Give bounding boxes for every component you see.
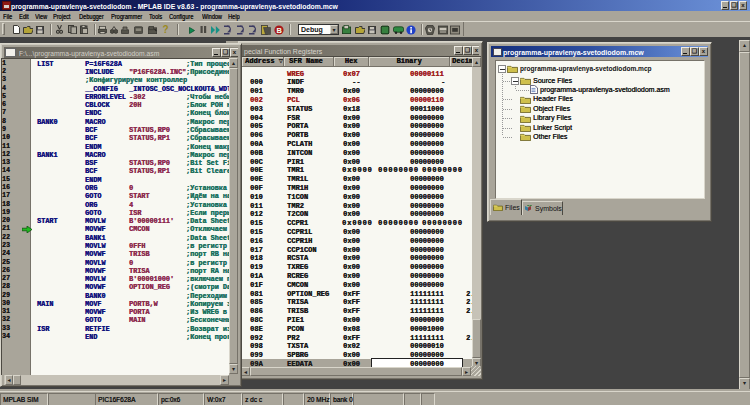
svg-text:?: ? [163,24,169,35]
svg-text:B: B [277,26,283,35]
